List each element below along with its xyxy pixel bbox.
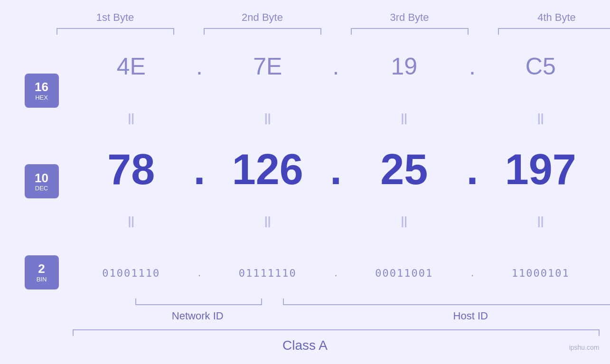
dec-b2-cell: 126: [209, 145, 327, 194]
dec-b1-value: 78: [107, 145, 155, 194]
host-id-label: Host ID: [280, 310, 610, 322]
hex-badge-label: HEX: [35, 94, 48, 101]
hex-b1-value: 4E: [117, 53, 146, 80]
hex-dot1: .: [190, 53, 209, 80]
bin-dot1: .: [190, 267, 209, 279]
id-labels: Network ID Host ID: [134, 310, 610, 322]
bin-b3-value: 00011001: [375, 267, 433, 279]
hex-dot2: .: [327, 53, 346, 80]
bottom-brackets: [134, 299, 610, 307]
dec-b3-value: 25: [380, 145, 428, 194]
bin-b3-cell: 00011001: [346, 267, 463, 279]
bin-b1-value: 01001110: [102, 267, 160, 279]
hex-badge-num: 16: [35, 80, 48, 94]
byte-headers: 1st Byte 2nd Byte 3rd Byte 4th Byte: [42, 11, 610, 27]
dec-row: 78 . 126 . 25 . 197: [73, 144, 600, 196]
dec-b3-cell: 25: [346, 145, 463, 194]
data-columns: 4E . 7E . 19 . C5: [73, 41, 600, 323]
bin-b1-cell: 01001110: [73, 267, 190, 279]
eq2-b4: ||: [482, 215, 600, 227]
dec-dot1: .: [190, 145, 209, 194]
eq1-b3: ||: [346, 112, 463, 124]
bottom-section: Network ID Host ID: [134, 299, 610, 322]
bin-b4-value: 11000101: [512, 267, 570, 279]
byte2-header: 2nd Byte: [189, 11, 336, 27]
bracket-top-1: [56, 28, 174, 35]
dec-b4-value: 197: [505, 145, 576, 194]
equals-row-2: || || || ||: [73, 196, 600, 247]
network-id-label: Network ID: [134, 310, 262, 322]
byte4-header: 4th Byte: [483, 11, 610, 27]
hex-b1-cell: 4E: [73, 53, 190, 80]
bracket-top-2: [204, 28, 321, 35]
hex-b2-cell: 7E: [209, 53, 327, 80]
bracket-cell-4: [483, 27, 610, 36]
hex-b2-value: 7E: [253, 53, 282, 80]
top-brackets: [42, 27, 610, 36]
byte1-header: 1st Byte: [42, 11, 189, 27]
dec-badge-label: DEC: [35, 185, 48, 192]
bracket-top-4: [498, 28, 610, 35]
dec-badge-num: 10: [35, 171, 48, 185]
byte3-header: 3rd Byte: [336, 11, 483, 27]
dec-b1-cell: 78: [73, 145, 190, 194]
eq2-b3: ||: [346, 215, 463, 227]
main-content: 16 HEX 10 DEC 2 BIN 4E .: [11, 41, 600, 323]
bracket-top-3: [351, 28, 469, 35]
watermark: ipshu.com: [569, 344, 600, 351]
hex-b4-cell: C5: [482, 53, 600, 80]
bin-b2-cell: 01111110: [209, 267, 327, 279]
class-a-bracket: [73, 329, 600, 336]
footer: Class A ipshu.com: [11, 329, 600, 353]
bracket-cell-1: [42, 27, 189, 36]
eq1-b2: ||: [209, 112, 327, 124]
bin-b2-value: 01111110: [239, 267, 297, 279]
hex-dot3: .: [463, 53, 482, 80]
main-container: 1st Byte 2nd Byte 3rd Byte 4th Byte 16 H…: [11, 11, 600, 353]
bin-row: 01001110 . 01111110 . 00011001 .: [73, 247, 600, 299]
bin-dot2: .: [327, 267, 346, 279]
host-bracket: [283, 299, 610, 305]
hex-badge: 16 HEX: [25, 74, 59, 108]
hex-row: 4E . 7E . 19 . C5: [73, 41, 600, 93]
bin-dot3: .: [463, 267, 482, 279]
dec-dot2: .: [327, 145, 346, 194]
hex-b4-value: C5: [526, 53, 556, 80]
hex-b3-value: 19: [391, 53, 417, 80]
eq2-b2: ||: [209, 215, 327, 227]
equals-row-1: || || || ||: [73, 92, 600, 144]
dec-badge: 10 DEC: [25, 164, 59, 198]
dec-b4-cell: 197: [482, 145, 600, 194]
eq1-b4: ||: [482, 112, 600, 124]
badges-column: 16 HEX 10 DEC 2 BIN: [11, 41, 73, 323]
dec-dot3: .: [463, 145, 482, 194]
bin-badge-num: 2: [38, 262, 45, 276]
hex-b3-cell: 19: [346, 53, 463, 80]
network-bracket: [135, 299, 263, 305]
class-a-label: Class A: [11, 338, 600, 353]
dec-b2-value: 126: [232, 145, 303, 194]
bin-badge: 2 BIN: [25, 255, 59, 289]
bracket-cell-2: [189, 27, 336, 36]
bin-b4-cell: 11000101: [482, 267, 600, 279]
bin-badge-label: BIN: [37, 276, 47, 283]
eq2-b1: ||: [73, 215, 190, 227]
eq1-b1: ||: [73, 112, 190, 124]
bracket-cell-3: [336, 27, 483, 36]
